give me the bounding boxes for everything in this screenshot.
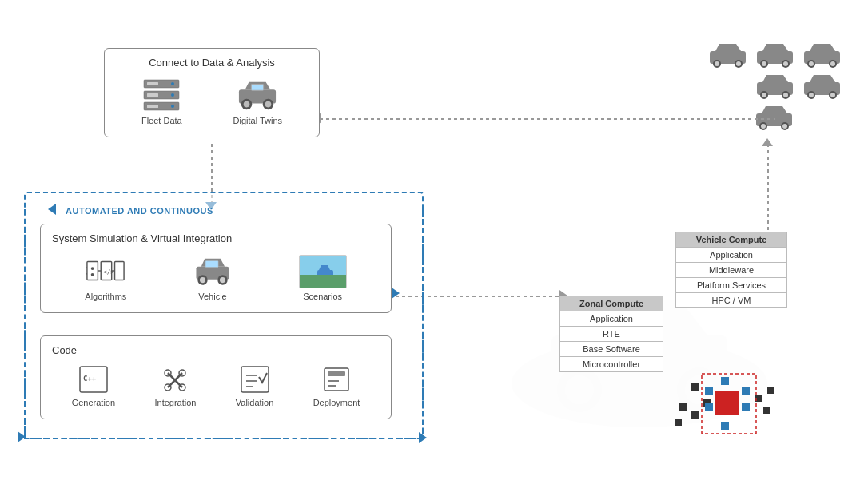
- code-box: Code C++ Generation: [40, 335, 392, 419]
- validation-icon: [239, 364, 271, 395]
- deployment-item: Deployment: [313, 364, 360, 407]
- vehicle-row-hpc: HPC / VM: [676, 292, 786, 307]
- svg-point-47: [244, 101, 250, 107]
- car-icon-5: [800, 71, 844, 99]
- svg-rect-50: [252, 84, 264, 90]
- zonal-row-basesoftware: Base Software: [560, 341, 663, 356]
- svg-rect-95: [705, 387, 713, 395]
- svg-point-15: [783, 61, 788, 66]
- svg-rect-104: [675, 419, 682, 426]
- svg-rect-71: [317, 270, 333, 278]
- svg-point-44: [171, 105, 174, 108]
- svg-rect-103: [767, 387, 774, 394]
- fleet-data-item: Fleet Data: [141, 77, 182, 125]
- sim-box-title: System Simulation & Virtual Integration: [52, 232, 380, 244]
- integration-label: Integration: [154, 398, 196, 407]
- svg-point-75: [328, 278, 330, 280]
- connect-box-title: Connect to Data & Analysis: [116, 57, 308, 69]
- algorithms-label: Algorithms: [85, 292, 126, 301]
- zonal-compute-table: Zonal Compute Application RTE Base Softw…: [559, 296, 663, 372]
- arrow-left-bottom: [18, 431, 26, 442]
- svg-point-3: [565, 375, 594, 404]
- svg-point-49: [265, 101, 272, 107]
- automated-label: AUTOMATED AND CONTINUOUS: [66, 206, 213, 216]
- car-icon-4: [753, 71, 797, 99]
- svg-point-42: [171, 82, 174, 85]
- vehicle-row-middleware: Middleware: [676, 262, 786, 277]
- svg-rect-98: [742, 403, 750, 411]
- car-icon-3: [800, 40, 844, 68]
- svg-point-43: [171, 93, 174, 97]
- hw-visualization: [671, 359, 815, 439]
- algorithms-icon: </>: [86, 252, 125, 288]
- main-container: Connect to Data & Analysis: [0, 0, 868, 488]
- scenarios-label: Scenarios: [303, 292, 342, 301]
- deployment-label: Deployment: [313, 398, 360, 407]
- svg-rect-51: [87, 261, 98, 280]
- simulation-box: System Simulation & Virtual Integration …: [40, 224, 392, 313]
- validation-item: Validation: [236, 364, 274, 407]
- integration-icon: [159, 364, 191, 395]
- svg-text:C++: C++: [83, 375, 97, 383]
- svg-rect-66: [205, 260, 218, 267]
- zonal-row-application: Application: [560, 311, 663, 326]
- svg-rect-94: [715, 391, 739, 415]
- generation-item: C++ Generation: [72, 364, 115, 407]
- arrow-up-cars: [762, 138, 773, 146]
- zonal-header: Zonal Compute: [560, 296, 663, 311]
- left-dashed-line: [24, 209, 26, 438]
- svg-rect-39: [147, 82, 158, 85]
- svg-rect-90: [679, 403, 687, 411]
- car-icon-1: [706, 40, 750, 68]
- svg-point-60: [91, 272, 94, 276]
- zonal-row-microcontroller: Microcontroller: [560, 356, 663, 371]
- deployment-icon: [321, 364, 352, 395]
- vehicle-compute-table: Vehicle Compute Application Middleware P…: [675, 232, 787, 308]
- vehicle-header: Vehicle Compute: [676, 232, 786, 247]
- svg-point-10: [736, 61, 741, 66]
- generation-icon: C++: [78, 364, 109, 395]
- integration-item: Integration: [154, 364, 196, 407]
- right-dashed-line: [422, 209, 424, 438]
- connect-data-box: Connect to Data & Analysis: [104, 48, 320, 137]
- svg-point-18: [809, 61, 814, 66]
- svg-rect-100: [721, 422, 729, 430]
- svg-point-74: [327, 276, 332, 281]
- vehicle-row-application: Application: [676, 247, 786, 262]
- svg-point-30: [830, 93, 835, 97]
- svg-rect-91: [691, 383, 699, 391]
- car-icon-2: [753, 40, 797, 68]
- svg-point-33: [761, 124, 766, 129]
- vehicle-sim-icon: [193, 252, 233, 288]
- vehicle-sim-item: Vehicle: [193, 252, 233, 301]
- vehicle-label: Vehicle: [198, 292, 226, 301]
- svg-point-13: [762, 61, 766, 66]
- svg-point-73: [318, 278, 321, 280]
- svg-point-23: [762, 93, 766, 97]
- digital-twins-icon: [237, 77, 277, 113]
- svg-rect-87: [328, 371, 345, 376]
- svg-point-35: [782, 124, 787, 129]
- svg-rect-102: [763, 407, 770, 414]
- vehicle-row-platform: Platform Services: [676, 277, 786, 292]
- fleet-data-icon: [141, 77, 181, 113]
- generation-label: Generation: [72, 398, 115, 407]
- digital-twins-label: Digital Twins: [233, 116, 283, 125]
- car-icon-6: [752, 102, 796, 130]
- auto-arrow: [48, 204, 56, 215]
- svg-rect-41: [147, 105, 158, 108]
- svg-rect-40: [147, 93, 158, 97]
- algorithms-item: </> Algorithms: [85, 252, 126, 301]
- zonal-row-rte: RTE: [560, 326, 663, 341]
- h-connector-sim: [396, 296, 563, 297]
- digital-twins-item: Digital Twins: [233, 77, 283, 125]
- svg-point-8: [715, 61, 719, 66]
- svg-point-59: [91, 267, 94, 270]
- arrow-right-sim-blue: [392, 288, 400, 299]
- code-box-title: Code: [52, 344, 380, 356]
- bottom-dashed-arrow: [24, 438, 424, 439]
- svg-rect-68: [300, 276, 347, 288]
- svg-rect-96: [705, 403, 713, 411]
- v-connector-cars: [767, 144, 769, 236]
- svg-point-65: [220, 277, 225, 283]
